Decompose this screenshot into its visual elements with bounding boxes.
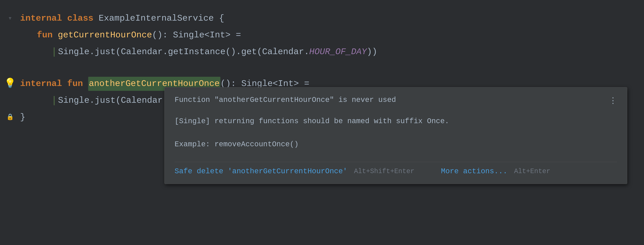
tooltip-body: [Single] returning functions should be n… xyxy=(174,116,617,127)
keyword-fun-2: fun xyxy=(67,77,83,91)
closing-parens-1: )) xyxy=(367,45,377,59)
code-single-just: Single.just(Calendar.getInstance().get(C… xyxy=(58,45,309,59)
fold-gutter-icon[interactable]: ▿ xyxy=(5,13,15,23)
footer-separator xyxy=(424,170,431,173)
bulb-icon: 💡 xyxy=(4,76,16,91)
bulb-gutter-icon[interactable]: 💡 xyxy=(5,76,15,91)
keyword-fun-1: fun xyxy=(37,28,53,42)
tooltip-header: Function "anotherGetCurrentHourOnce" is … xyxy=(174,96,617,106)
editor-container: ▿ internal class ExampleInternalService … xyxy=(0,0,644,245)
safe-delete-link[interactable]: Safe delete 'anotherGetCurrentHourOnce' xyxy=(174,167,347,176)
hour-of-day-const: HOUR_OF_DAY xyxy=(309,45,367,59)
tooltip-footer: Safe delete 'anotherGetCurrentHourOnce' … xyxy=(174,162,617,176)
lock-icon: 🔒 xyxy=(6,112,14,122)
keyword-class: class ExampleInternalService { xyxy=(62,11,224,25)
empty-line xyxy=(20,60,644,75)
more-actions-link[interactable]: More actions... xyxy=(441,167,507,176)
space-3 xyxy=(83,77,88,91)
space-2 xyxy=(62,77,67,91)
keyword-internal-2: internal xyxy=(20,77,62,91)
code-text-2 xyxy=(53,28,58,42)
action2-shortcut: Alt+Enter xyxy=(514,168,550,175)
closing-brace: } xyxy=(20,110,25,124)
code-text-3: (): Single<Int> = xyxy=(152,28,241,42)
tooltip-menu-button[interactable]: ⋮ xyxy=(609,96,617,106)
function-name-1: getCurrentHourOnce xyxy=(58,28,152,42)
action1-shortcut: Alt+Shift+Enter xyxy=(354,168,414,175)
keyword-internal: internal xyxy=(20,11,62,25)
indent-bar-2 xyxy=(54,96,55,105)
indent-bar-1 xyxy=(54,47,55,57)
tooltip-example: Example: removeAccountOnce() xyxy=(174,140,617,149)
fold-icon: ▿ xyxy=(8,13,12,23)
tooltip-popup: Function "anotherGetCurrentHourOnce" is … xyxy=(164,87,627,184)
lock-gutter-icon: 🔒 xyxy=(5,112,15,122)
tooltip-title: Function "anotherGetCurrentHourOnce" is … xyxy=(174,96,396,104)
code-line-1: ▿ internal class ExampleInternalService … xyxy=(20,10,644,27)
code-line-3: Single.just(Calendar.getInstance().get(C… xyxy=(20,43,644,60)
code-line-2: fun getCurrentHourOnce (): Single<Int> = xyxy=(20,27,644,43)
code-single-just-2: Single.just(Calendar xyxy=(58,93,163,107)
tooltip-body-line1: [Single] returning functions should be n… xyxy=(174,116,617,127)
